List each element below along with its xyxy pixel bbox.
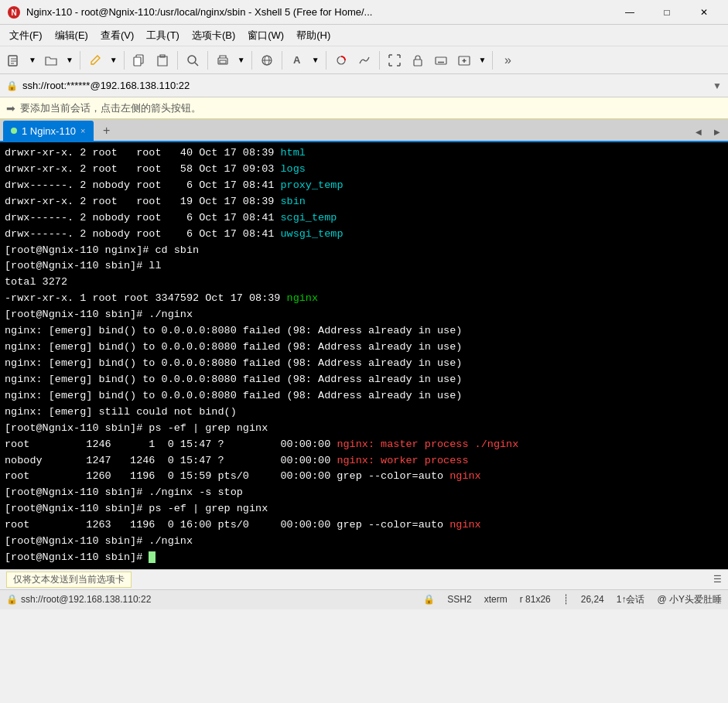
terminal-line: root 1260 1196 0 15:59 pts/0 00:00:00 gr… [5, 469, 723, 485]
tab-close-button[interactable]: × [80, 126, 85, 135]
menu-tools[interactable]: 工具(T) [140, 26, 186, 46]
bb-protocol: SSH2 [447, 594, 471, 605]
terminal-text: nginx [449, 519, 481, 531]
terminal[interactable]: drwxr-xr-x. 2 root root 40 Oct 17 08:39 … [0, 142, 728, 569]
terminal-line: [root@Ngnix-110 sbin]# ./nginx -s stop [5, 485, 723, 501]
print-button[interactable] [212, 49, 234, 71]
terminal-text: nginx: master process ./nginx [337, 439, 518, 450]
bb-size: r 81x26 [520, 594, 551, 605]
menu-window[interactable]: 窗口(W) [241, 26, 290, 46]
info-bar: ➡ 要添加当前会话，点击左侧的箭头按钮。 [0, 97, 728, 119]
bb-kbd: 1↑会话 [617, 593, 645, 606]
menu-help[interactable]: 帮助(H) [290, 26, 337, 46]
terminal-text: [root@Ngnix-110 nginx]# cd sbin [5, 244, 199, 256]
terminal-line: [root@Ngnix-110 sbin]# ./nginx [5, 534, 723, 550]
network-button[interactable] [256, 49, 278, 71]
info-text: 要添加当前会话，点击左侧的箭头按钮。 [20, 101, 201, 115]
terminal-line: drwx------. 2 nobody root 6 Oct 17 08:41… [5, 210, 723, 227]
print-arrow[interactable]: ▼ [235, 49, 248, 71]
svg-rect-14 [436, 57, 446, 64]
bb-watermark: @ 小Y头爱肚睡 [657, 593, 722, 606]
menu-file[interactable]: 文件(F) [3, 26, 49, 46]
color-button[interactable] [330, 49, 352, 71]
svg-text:N: N [11, 9, 16, 17]
terminal-line: -rwxr-xr-x. 1 root root 3347592 Oct 17 0… [5, 291, 723, 307]
terminal-text: [root@Ngnix-110 sbin]# ./nginx [5, 309, 193, 320]
tab-nav-right: ◀ ▶ [691, 122, 725, 141]
new-session-arrow[interactable]: ▼ [26, 49, 39, 71]
add-tab-button[interactable]: + [97, 121, 117, 141]
lock-button[interactable] [407, 49, 429, 71]
statusbar: 仅将文本发送到当前选项卡 ☰ [0, 569, 728, 589]
terminal-text: nginx: worker process [337, 455, 468, 466]
close-button[interactable]: ✕ [686, 0, 722, 25]
terminal-line: drwxr-xr-x. 2 root root 19 Oct 17 08:39 … [5, 194, 723, 210]
menubar: 文件(F) 编辑(E) 查看(V) 工具(T) 选项卡(B) 窗口(W) 帮助(… [0, 25, 728, 46]
new-session-button[interactable] [3, 49, 25, 71]
menu-edit[interactable]: 编辑(E) [49, 26, 94, 46]
edit-arrow[interactable]: ▼ [108, 49, 120, 71]
terminal-line: nginx: [emerg] bind() to 0.0.0.0:8080 fa… [5, 388, 723, 404]
terminal-text: [root@Ngnix-110 sbin]# ./nginx [5, 535, 193, 547]
status-menu-icon[interactable]: ☰ [713, 574, 722, 585]
terminal-line: nginx: [emerg] bind() to 0.0.0.0:8080 fa… [5, 372, 723, 388]
terminal-text: [root@Ngnix-110 sbin]# ./nginx -s stop [5, 486, 243, 498]
copy-button[interactable] [128, 49, 150, 71]
signature-button[interactable] [354, 49, 375, 71]
addr-dropdown[interactable]: ▼ [713, 80, 722, 91]
terminal-line: drwx------. 2 nobody root 6 Oct 17 08:41… [5, 227, 723, 243]
plus-button[interactable] [453, 49, 475, 71]
bb-sep: ┊ [563, 594, 569, 605]
terminal-text: total 3272 [5, 276, 67, 288]
expand-toolbar-button[interactable]: » [497, 49, 518, 71]
svg-rect-8 [220, 60, 226, 63]
bottom-bar: 🔒 ssh://root@192.168.138.110:22 🔒 SSH2 x… [0, 589, 728, 609]
toolbar: ▼ ▼ ▼ ▼ A ▼ [0, 46, 728, 74]
keyboard-button[interactable] [430, 49, 452, 71]
toolbar-sep-5 [251, 51, 252, 70]
toolbar-sep-1 [80, 51, 80, 70]
plus-arrow[interactable]: ▼ [477, 49, 489, 71]
terminal-text: logs [280, 163, 305, 175]
lock-icon: 🔒 [6, 80, 18, 91]
info-arrow-icon: ➡ [6, 102, 15, 114]
bb-lock-icon2: 🔒 [423, 594, 435, 605]
font-button[interactable]: A [286, 49, 308, 71]
edit-button[interactable] [84, 49, 106, 71]
search-button[interactable] [182, 49, 203, 71]
tab-next-button[interactable]: ▶ [709, 122, 725, 141]
terminal-line: [root@Ngnix-110 sbin]# ./nginx [5, 307, 723, 323]
menu-tabs[interactable]: 选项卡(B) [186, 26, 241, 46]
fullscreen-button[interactable] [384, 49, 405, 71]
toolbar-sep-2 [124, 51, 125, 70]
terminal-text: nginx [449, 470, 481, 482]
maximize-button[interactable]: □ [649, 0, 685, 25]
menu-view[interactable]: 查看(V) [94, 26, 140, 46]
terminal-cursor [149, 551, 156, 563]
terminal-text: uwsgi_temp [280, 228, 343, 240]
terminal-line: nginx: [emerg] still could not bind() [5, 404, 723, 421]
terminal-line: nobody 1247 1246 0 15:47 ? 00:00:00 ngin… [5, 453, 723, 469]
window-controls: — □ ✕ [612, 0, 722, 25]
terminal-text: nobody 1247 1246 0 15:47 ? 00:00:00 [5, 455, 337, 466]
paste-button[interactable] [152, 49, 173, 71]
toolbar-sep-3 [177, 51, 178, 70]
terminal-text: -rwxr-xr-x. 1 root root 3347592 Oct 17 0… [5, 292, 287, 304]
terminal-text: nginx: [emerg] bind() to 0.0.0.0:8080 fa… [5, 357, 462, 369]
minimize-button[interactable]: — [612, 0, 648, 25]
tab-status-dot [11, 128, 17, 134]
tab-prev-button[interactable]: ◀ [691, 122, 706, 141]
terminal-line: drwx------. 2 nobody root 6 Oct 17 08:41… [5, 178, 723, 194]
terminal-line: drwxr-xr-x. 2 root root 58 Oct 17 09:03 … [5, 162, 723, 178]
address-bar: 🔒 ssh://root:******@192.168.138.110:22 ▼ [0, 74, 728, 97]
svg-line-6 [195, 63, 198, 66]
open-arrow[interactable]: ▼ [63, 49, 76, 71]
terminal-line: nginx: [emerg] bind() to 0.0.0.0:8080 fa… [5, 340, 723, 356]
terminal-text: nginx: [emerg] bind() to 0.0.0.0:8080 fa… [5, 341, 462, 353]
bb-address: ssh://root@192.168.138.110:22 [21, 594, 151, 605]
terminal-text: drwxr-xr-x. 2 root root 19 Oct 17 08:39 [5, 196, 280, 207]
terminal-text: nginx [287, 292, 319, 304]
tab-nginx-110[interactable]: 1 Nginx-110 × [3, 121, 94, 141]
font-arrow[interactable]: ▼ [309, 49, 322, 71]
open-button[interactable] [40, 49, 62, 71]
